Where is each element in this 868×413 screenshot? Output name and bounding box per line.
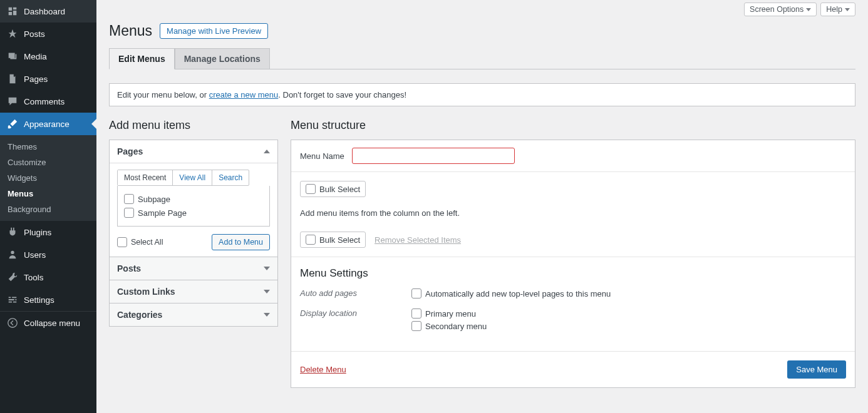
- accordion-categories-header[interactable]: Categories: [110, 303, 277, 326]
- subtab-recent[interactable]: Most Recent: [118, 170, 173, 185]
- sidebar-item-tools[interactable]: Tools: [0, 266, 96, 288]
- display-location-label: Display location: [300, 308, 411, 334]
- help-button[interactable]: Help: [820, 3, 855, 16]
- checkbox[interactable]: [124, 208, 134, 218]
- sidebar-label: Appearance: [24, 120, 70, 129]
- structure-box: Menu Name Bulk Select Add menu items fro…: [291, 140, 855, 388]
- chevron-down-icon: [806, 8, 811, 11]
- auto-add-text: Automatically add new top-level pages to…: [425, 289, 611, 298]
- sidebar-label: Settings: [24, 295, 54, 305]
- sidebar-item-users[interactable]: Users: [0, 243, 96, 266]
- chevron-down-icon: [264, 313, 270, 317]
- collapse-menu[interactable]: Collapse menu: [0, 311, 96, 334]
- live-preview-button[interactable]: Manage with Live Preview: [160, 23, 268, 39]
- sidebar-label: Tools: [24, 273, 44, 282]
- accordion-label: Posts: [117, 263, 141, 273]
- auto-add-label: Auto add pages: [300, 288, 411, 301]
- submenu-background[interactable]: Background: [0, 201, 96, 217]
- checkbox[interactable]: [124, 194, 134, 204]
- dashboard-icon: [6, 5, 19, 18]
- add-items-accordion: Pages Most Recent View All Search Subpag…: [109, 140, 278, 327]
- main-content: Screen Options Help Menus Manage with Li…: [96, 0, 868, 413]
- chevron-up-icon: [264, 150, 270, 153]
- sidebar-item-appearance[interactable]: Appearance: [0, 113, 96, 135]
- menu-name-label: Menu Name: [300, 151, 344, 161]
- remove-selected-link[interactable]: Remove Selected Items: [375, 235, 461, 245]
- subtab-search[interactable]: Search: [212, 170, 249, 185]
- checkbox[interactable]: [411, 321, 421, 331]
- primary-menu-checkbox[interactable]: Primary menu: [411, 308, 487, 319]
- submenu-customize[interactable]: Customize: [0, 155, 96, 170]
- bulk-select-label: Bulk Select: [319, 185, 360, 194]
- sidebar-item-media[interactable]: Media: [0, 45, 96, 68]
- sidebar-item-comments[interactable]: Comments: [0, 90, 96, 113]
- empty-message: Add menu items from the column on the le…: [300, 208, 846, 218]
- chevron-down-icon: [845, 8, 850, 11]
- page-title: Menus: [109, 23, 152, 39]
- checkbox[interactable]: [411, 308, 421, 319]
- checkbox[interactable]: [411, 288, 421, 298]
- add-items-heading: Add menu items: [109, 119, 278, 132]
- checkbox[interactable]: [306, 184, 316, 194]
- create-menu-link[interactable]: create a new menu: [209, 90, 279, 99]
- media-icon: [6, 50, 19, 63]
- wrench-icon: [6, 271, 19, 283]
- collapse-icon: [6, 317, 19, 329]
- accordion-custom-links-header[interactable]: Custom Links: [110, 280, 277, 303]
- appearance-submenu: Themes Customize Widgets Menus Backgroun…: [0, 135, 96, 221]
- sidebar-item-settings[interactable]: Settings: [0, 288, 96, 311]
- page-icon: [6, 73, 19, 85]
- collapse-label: Collapse menu: [24, 319, 80, 328]
- svg-point-1: [8, 319, 17, 327]
- users-icon: [6, 248, 19, 261]
- sidebar-item-plugins[interactable]: Plugins: [0, 221, 96, 243]
- select-all[interactable]: Select All: [117, 237, 163, 247]
- page-item-sample[interactable]: Sample Page: [124, 206, 263, 220]
- submenu-themes[interactable]: Themes: [0, 139, 96, 155]
- submenu-widgets[interactable]: Widgets: [0, 170, 96, 186]
- delete-menu-link[interactable]: Delete Menu: [300, 365, 346, 374]
- notice-text: Edit your menu below, or: [117, 90, 209, 99]
- accordion-label: Custom Links: [117, 287, 175, 297]
- help-label: Help: [826, 5, 842, 14]
- bulk-select-bottom[interactable]: Bulk Select: [300, 232, 366, 248]
- auto-add-checkbox-row[interactable]: Automatically add new top-level pages to…: [411, 288, 611, 298]
- page-item-subpage[interactable]: Subpage: [124, 192, 263, 206]
- structure-heading: Menu structure: [291, 119, 855, 132]
- sidebar-label: Comments: [24, 97, 65, 106]
- sidebar-item-dashboard[interactable]: Dashboard: [0, 0, 96, 23]
- sliders-icon: [6, 293, 19, 306]
- screen-options-button[interactable]: Screen Options: [744, 3, 817, 16]
- page-item-label: Subpage: [138, 195, 170, 204]
- bulk-select-top[interactable]: Bulk Select: [300, 181, 366, 197]
- checkbox[interactable]: [117, 237, 127, 247]
- accordion-pages-header[interactable]: Pages: [110, 140, 277, 163]
- accordion-posts-header[interactable]: Posts: [110, 257, 277, 280]
- menu-name-input[interactable]: [352, 148, 515, 164]
- admin-sidebar: Dashboard Posts Media Pages Comments App…: [0, 0, 96, 413]
- secondary-menu-checkbox[interactable]: Secondary menu: [411, 321, 487, 331]
- subtab-viewall[interactable]: View All: [173, 170, 212, 185]
- chevron-down-icon: [264, 290, 270, 293]
- tab-edit-menus[interactable]: Edit Menus: [109, 48, 175, 69]
- secondary-label: Secondary menu: [425, 322, 487, 331]
- edit-notice: Edit your menu below, or create a new me…: [109, 83, 855, 106]
- tab-manage-locations[interactable]: Manage Locations: [175, 48, 270, 69]
- submenu-menus[interactable]: Menus: [0, 186, 96, 201]
- sidebar-label: Plugins: [24, 228, 51, 237]
- screen-options-label: Screen Options: [750, 5, 803, 14]
- sidebar-label: Dashboard: [24, 7, 65, 16]
- accordion-label: Pages: [117, 146, 143, 156]
- sidebar-item-posts[interactable]: Posts: [0, 23, 96, 45]
- accordion-pages-body: Most Recent View All Search Subpage Samp…: [110, 163, 277, 257]
- sidebar-label: Pages: [24, 74, 48, 84]
- select-all-label: Select All: [131, 238, 163, 247]
- save-menu-button[interactable]: Save Menu: [787, 360, 846, 379]
- sidebar-label: Posts: [24, 29, 45, 39]
- notice-text: . Don't forget to save your changes!: [278, 90, 406, 99]
- page-item-label: Sample Page: [138, 208, 187, 218]
- checkbox[interactable]: [306, 235, 316, 245]
- sidebar-item-pages[interactable]: Pages: [0, 68, 96, 90]
- add-to-menu-button[interactable]: Add to Menu: [212, 234, 270, 250]
- sidebar-label: Media: [24, 52, 47, 61]
